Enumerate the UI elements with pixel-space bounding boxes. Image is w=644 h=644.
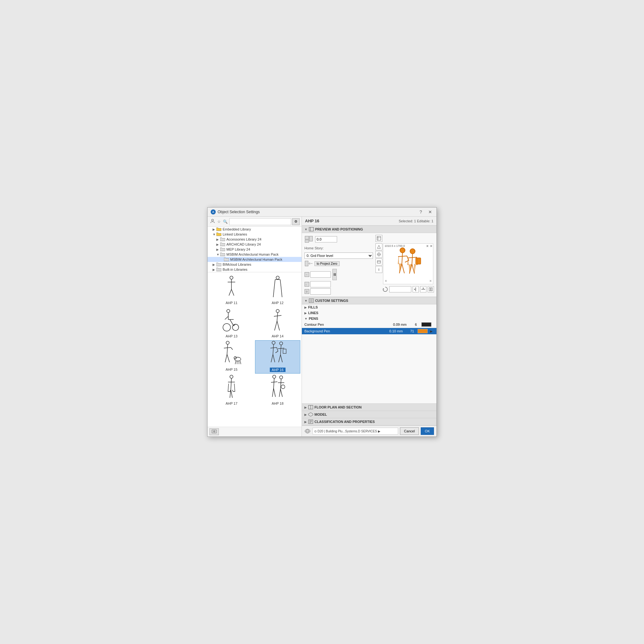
tree-item-msbim[interactable]: ▼ MSBIM Architectural Human Pack <box>208 252 302 257</box>
dialog: A Object Selection Settings ? ✕ ☆ 🔍 <box>207 207 437 437</box>
object-item-ahp18[interactable]: AHP 18 <box>255 374 301 407</box>
preview-close-x-icon[interactable]: ✕ <box>426 244 429 248</box>
bottom-sections: ▶ FLOOR PLAN AND SECTION ▶ MODEL ▶ <box>302 403 436 425</box>
tree-arrow-acc: ▶ <box>216 238 220 241</box>
height-input[interactable]: 1700.0 <box>310 281 331 287</box>
classification-label: CLASSIFICATION AND PROPERTIES <box>314 420 375 424</box>
ok-button[interactable]: OK <box>421 427 434 435</box>
contour-pen-num: 6 <box>410 323 421 326</box>
custom-settings-section-header[interactable]: ▼ CUSTOM SETTINGS <box>302 297 436 304</box>
floor-plan-section[interactable]: ▶ FLOOR PLAN AND SECTION <box>302 404 436 411</box>
pen-row-background[interactable]: Background Pen 0.10 mm 71 ▶ <box>302 328 436 335</box>
bg-color-box <box>418 329 428 333</box>
position-icon <box>304 235 314 244</box>
preview-close-x2-icon[interactable]: ✕ <box>430 244 432 248</box>
folder-icon-builtin <box>216 268 221 271</box>
add-library-button[interactable] <box>209 428 219 435</box>
depth-input[interactable]: 1000.0 <box>310 288 331 295</box>
view3-icon <box>377 260 381 264</box>
search-settings-button[interactable]: ⚙ <box>292 218 300 225</box>
preview-info-btn[interactable]: i <box>375 266 382 273</box>
title-bar-left: A Object Selection Settings <box>211 209 260 214</box>
object-item-ahp13[interactable]: AHP 13 <box>209 307 254 340</box>
preview-content: 0.0 Home Story: 0. Grd Floor level <box>302 233 436 297</box>
pos-x-input[interactable]: 0.0 <box>315 236 337 242</box>
star-icon-btn[interactable]: ☆ <box>217 219 221 225</box>
lock-proportions-button[interactable]: ⛓ <box>332 269 337 280</box>
object-icon-ahp14 <box>265 308 290 334</box>
svg-rect-43 <box>305 240 309 242</box>
contour-color-box <box>421 322 431 327</box>
pens-header[interactable]: ▼ PENS <box>302 316 436 321</box>
tree-item-embedded[interactable]: ▶ Embedded Library <box>208 227 302 232</box>
footer-connection-icon <box>304 429 311 434</box>
preview-view2-btn[interactable] <box>375 251 382 258</box>
svg-point-24 <box>272 341 275 344</box>
object-label-ahp18: AHP 18 <box>272 402 284 405</box>
mirror-h-button[interactable] <box>413 286 419 292</box>
object-label-ahp13: AHP 13 <box>225 334 237 338</box>
folder-icon <box>216 227 221 231</box>
preview-row: 0.0 Home Story: 0. Grd Floor level <box>304 235 434 295</box>
object-item-ahp16[interactable]: AHP 16 <box>255 340 301 374</box>
tree-arrow-bimcloud: ▶ <box>213 263 216 266</box>
flip-button[interactable] <box>428 286 434 292</box>
home-story-select-row: 0. Grd Floor level <box>304 253 373 259</box>
preview-bottom-x2-icon: ✕ <box>429 279 432 283</box>
object-item-ahp15[interactable]: AHP 15 <box>209 340 254 374</box>
home-story-select[interactable]: 0. Grd Floor level <box>304 253 373 259</box>
svg-line-46 <box>309 262 310 264</box>
svg-point-0 <box>212 219 214 221</box>
search-input[interactable] <box>229 218 291 225</box>
svg-rect-60 <box>377 261 380 263</box>
svg-point-26 <box>280 342 283 345</box>
pens-label: PENS <box>309 317 318 320</box>
tree-item-bimcloud[interactable]: ▶ BIMcloud Libraries <box>208 262 302 267</box>
object-item-ahp17[interactable]: AHP 17 <box>209 374 254 407</box>
person-search-icon-btn[interactable] <box>209 218 216 225</box>
tree-item-builtin[interactable]: ▶ Built-in Libraries <box>208 267 302 272</box>
view2-icon <box>377 252 381 257</box>
object-item-ahp14[interactable]: AHP 14 <box>255 307 301 340</box>
svg-point-6 <box>276 276 279 279</box>
search-icon-btn[interactable]: 🔍 <box>222 219 228 225</box>
preview-view1-btn[interactable] <box>375 243 382 250</box>
preview-ortho-btn[interactable] <box>375 235 382 242</box>
tree-arrow-linked: ▼ <box>213 233 216 236</box>
rotation-input[interactable]: 0.00° <box>389 286 411 292</box>
object-item-ahp12[interactable]: AHP 12 <box>255 274 301 306</box>
preview-view3-btn[interactable] <box>375 258 382 265</box>
svg-line-4 <box>229 289 231 296</box>
lines-header[interactable]: ▶ LINES <box>302 310 436 316</box>
svg-line-17 <box>224 347 231 348</box>
tree-item-msbim-sub[interactable]: MSBIM Architectural Human Pack <box>208 257 302 262</box>
tree-item-mep[interactable]: ▶ MEP Library 24 <box>208 247 302 252</box>
svg-line-32 <box>271 382 277 382</box>
preview-section-header[interactable]: ▼ PREVIEW AND POSITIONING <box>302 225 436 233</box>
close-button[interactable]: ✕ <box>427 209 433 214</box>
tree-item-accessories[interactable]: ▶ Accessories Library 24 <box>208 237 302 242</box>
object-item-ahp11[interactable]: AHP 11 <box>209 274 254 306</box>
width-row: ↔ 1010.6 ⛓ <box>304 269 373 280</box>
classification-icon <box>308 419 313 424</box>
svg-point-12 <box>223 324 230 331</box>
fills-header[interactable]: ▶ FILLS <box>302 304 436 310</box>
help-button[interactable]: ? <box>418 209 423 214</box>
tree-arrow-builtin: ▶ <box>213 268 216 271</box>
selected-info: Selected: 1 Editable: 1 <box>399 219 433 223</box>
mirror-v-button[interactable] <box>420 286 426 292</box>
classification-section[interactable]: ▶ CLASSIFICATION AND PROPERTIES <box>302 418 436 425</box>
folder-icon-msbim <box>220 253 225 256</box>
cancel-button[interactable]: Cancel <box>400 427 419 435</box>
model-section[interactable]: ▶ MODEL <box>302 411 436 418</box>
svg-line-5 <box>231 289 234 296</box>
height-row: ↕ 1700.0 <box>304 281 373 287</box>
bg-pen-name: Background Pen <box>304 329 389 333</box>
svg-rect-69 <box>431 288 432 291</box>
pen-row-contour[interactable]: Contour Pen 0.09 mm 6 <box>302 321 436 328</box>
tree-item-linked[interactable]: ▼ Linked Libraries <box>208 232 302 237</box>
width-input[interactable]: 1010.6 <box>310 271 331 278</box>
project-zero-button[interactable]: to Project Zero <box>314 261 340 266</box>
tree-item-archicad[interactable]: ▶ ARCHICAD Library 24 <box>208 242 302 247</box>
model-arrow: ▶ <box>304 413 307 416</box>
